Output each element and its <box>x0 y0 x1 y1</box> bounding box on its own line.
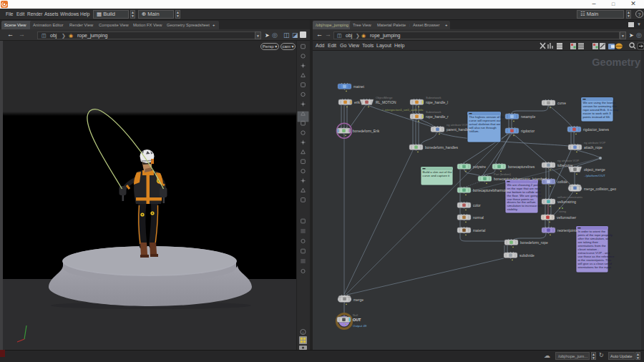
svg-text:bonecapturebiharmonic_letambed: bonecapturebiharmonic_letambed <box>494 177 547 181</box>
svg-text:subdivide: subdivide <box>519 254 535 258</box>
svg-text:curve: curve <box>557 102 566 105</box>
svg-text:merge_collision_geo: merge_collision_geo <box>584 187 616 191</box>
svg-text:RL_MOTION: RL_MOTION <box>376 101 396 104</box>
svg-text:bonedeform_handles: bonedeform_handles <box>425 146 459 150</box>
svg-text:points instead of 66.: points instead of 66. <box>583 115 610 119</box>
svg-text:rig attribute VOP: rig attribute VOP <box>557 159 580 162</box>
svg-text:reorientjoints: reorientjoints <box>557 229 578 233</box>
svg-text:Part (broken): Part (broken) <box>494 172 512 176</box>
svg-text:stability.: stability. <box>507 207 518 211</box>
svg-text:collide: collide <box>557 180 567 184</box>
svg-text:vellum t constraints: vellum t constraints <box>557 195 582 199</box>
svg-text:rigdoctor: rigdoctor <box>521 129 535 133</box>
svg-text:bonedeform_rope: bonedeform_rope <box>520 241 548 245</box>
svg-text:bonecapturebiharmonic: bonecapturebiharmonic <box>473 189 510 192</box>
svg-text:Null: Null <box>353 313 358 317</box>
svg-text:parent_handles: parent_handles <box>447 128 471 132</box>
svg-text:rig attribute VOP: rig attribute VOP <box>584 141 606 145</box>
svg-text:OUT: OUT <box>353 318 361 322</box>
svg-text:ObjectMerge: ObjectMerge <box>376 96 393 99</box>
svg-text:bonedeform_Erik: bonedeform_Erik <box>353 129 380 133</box>
svg-text:Subnetwork: Subnetwork <box>426 96 442 99</box>
svg-text:bonecapturelines: bonecapturelines <box>508 165 535 169</box>
svg-text:curve and capture it: curve and capture it <box>423 174 451 177</box>
svg-text:rope_handle_l: rope_handle_l <box>426 101 448 104</box>
svg-text:vellumsolver: vellumsolver <box>557 216 577 220</box>
svg-text:Geometry: Geometry <box>592 57 640 68</box>
svg-text:string: string <box>559 210 567 213</box>
svg-text:normal: normal <box>473 216 484 220</box>
svg-text:rope_handle_r: rope_handle_r <box>426 115 449 119</box>
svg-text:rig attribute VOP: rig attribute VOP <box>447 123 469 127</box>
svg-text:Subnetwork: Subnetwork <box>426 110 442 114</box>
svg-text:resample: resample <box>521 115 535 119</box>
svg-text:polywire: polywire <box>473 165 486 169</box>
svg-text:material: material <box>473 229 485 233</box>
svg-text:orientations for the input.: orientations for the input. <box>578 265 612 269</box>
svg-text:object_merge: object_merge <box>584 168 605 172</box>
svg-text:matnet: matnet <box>353 85 365 89</box>
svg-text:../platform/OUT: ../platform/OUT <box>584 174 605 177</box>
svg-text:rigdoctor_lowres: rigdoctor_lowres <box>583 128 609 132</box>
svg-text:color: color <box>473 204 481 207</box>
svg-text:erik: erik <box>354 101 360 104</box>
svg-text:../..intergection1_set1_ault1: ../..intergection1_set1_ault1 info <box>381 108 424 112</box>
svg-text:Output 49: Output 49 <box>353 324 367 328</box>
svg-text:merge: merge <box>353 298 364 302</box>
svg-text:vellumstring: vellumstring <box>557 200 576 204</box>
svg-text:attach_rope: attach_rope <box>584 146 602 150</box>
svg-text:i: i <box>303 331 303 335</box>
